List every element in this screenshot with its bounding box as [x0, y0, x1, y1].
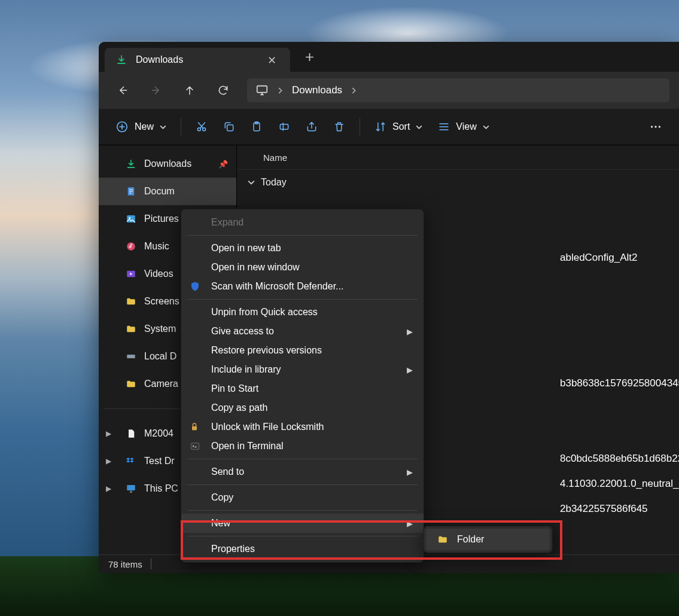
tab-downloads[interactable]: Downloads [105, 48, 290, 72]
chevron-right-icon [351, 87, 357, 94]
svg-point-10 [659, 126, 660, 127]
new-button[interactable]: New [109, 115, 172, 139]
copy-button[interactable] [217, 115, 241, 139]
monitor-icon [255, 84, 269, 97]
ctx-expand: Expand [181, 213, 424, 232]
new-tab-button[interactable] [299, 46, 320, 68]
ctx-new-folder[interactable]: Folder [426, 529, 550, 550]
folder-icon [125, 378, 137, 390]
document-icon [125, 185, 137, 197]
share-button[interactable] [300, 115, 324, 139]
ctx-properties[interactable]: Properties [181, 539, 424, 559]
ctx-open-terminal[interactable]: Open in Terminal [181, 437, 424, 456]
chevron-right-icon: ▶ [407, 519, 413, 528]
dropbox-icon [125, 455, 137, 467]
sidebar-item-documents[interactable]: Docum [99, 178, 236, 205]
cut-button[interactable] [190, 115, 214, 139]
download-icon [115, 54, 127, 66]
chevron-right-icon: ▶ [407, 468, 413, 477]
svg-point-9 [654, 126, 656, 127]
chevron-down-icon [416, 124, 422, 130]
svg-rect-18 [127, 485, 135, 490]
ctx-open-new-window[interactable]: Open in new window [181, 258, 424, 277]
chevron-right-icon: ▶ [407, 365, 413, 374]
ctx-unpin-quick[interactable]: Unpin from Quick access [181, 303, 424, 322]
svg-rect-20 [191, 443, 199, 450]
address-bar[interactable]: Downloads [247, 78, 669, 102]
more-button[interactable] [643, 115, 668, 139]
ctx-file-locksmith[interactable]: Unlock with File Locksmith [181, 417, 424, 437]
folder-icon [125, 323, 137, 335]
rename-button[interactable] [272, 115, 296, 139]
refresh-button[interactable] [209, 78, 238, 102]
ctx-scan-defender[interactable]: Scan with Microsoft Defender... [181, 277, 424, 296]
terminal-icon [190, 441, 203, 451]
svg-rect-0 [257, 86, 267, 93]
delete-button[interactable] [327, 115, 351, 139]
ctx-open-new-tab[interactable]: Open in new tab [181, 239, 424, 258]
view-button[interactable]: View [432, 115, 495, 139]
ctx-new[interactable]: New▶ [181, 514, 424, 533]
svg-point-17 [133, 356, 135, 357]
ctx-pin-start[interactable]: Pin to Start [181, 379, 424, 398]
sidebar-item-downloads[interactable]: Downloads 📌 [99, 150, 236, 178]
lock-icon [190, 422, 203, 432]
forward-button[interactable] [142, 78, 170, 102]
chevron-down-icon [483, 124, 489, 130]
navigation-bar: Downloads [99, 72, 679, 109]
download-icon [125, 158, 137, 170]
back-button[interactable] [108, 78, 137, 102]
chevron-right-icon [277, 87, 284, 94]
drive-icon [125, 350, 137, 362]
chevron-down-icon [160, 124, 166, 130]
paste-button[interactable] [245, 115, 269, 139]
tab-strip: Downloads [99, 42, 679, 72]
ctx-copy[interactable]: Copy [181, 488, 424, 507]
folder-icon [125, 295, 137, 307]
ctx-include-library[interactable]: Include in library▶ [181, 360, 424, 379]
svg-point-13 [129, 217, 130, 219]
ctx-send-to[interactable]: Send to▶ [181, 462, 424, 481]
ctx-copy-path[interactable]: Copy as path [181, 398, 424, 417]
up-button[interactable] [175, 78, 204, 102]
ctx-give-access[interactable]: Give access to▶ [181, 322, 424, 341]
breadcrumb-segment[interactable]: Downloads [292, 84, 342, 96]
tab-title: Downloads [136, 54, 255, 65]
context-menu: Expand Open in new tab Open in new windo… [181, 209, 424, 563]
chevron-right-icon: ▶ [106, 457, 111, 465]
picture-icon [125, 213, 137, 225]
svg-rect-7 [280, 124, 288, 129]
music-icon [125, 240, 137, 252]
chevron-right-icon: ▶ [106, 429, 111, 438]
shield-icon [190, 281, 203, 292]
chevron-down-icon [248, 179, 255, 186]
command-bar: New Sort View [99, 109, 679, 145]
item-count: 78 items [108, 559, 142, 569]
ctx-restore-versions[interactable]: Restore previous versions [181, 341, 424, 360]
tab-close-button[interactable] [264, 52, 279, 68]
pc-icon [125, 483, 137, 495]
chevron-right-icon: ▶ [407, 327, 413, 336]
svg-rect-4 [227, 125, 233, 131]
chevron-right-icon: ▶ [106, 484, 111, 493]
video-icon [125, 268, 137, 280]
sort-button[interactable]: Sort [369, 115, 428, 139]
svg-rect-19 [192, 426, 197, 431]
column-header-name[interactable]: Name [237, 145, 679, 170]
pin-icon: 📌 [218, 160, 228, 169]
folder-icon [437, 534, 449, 545]
svg-point-8 [651, 126, 653, 127]
file-icon [125, 428, 137, 440]
context-submenu-new: Folder [423, 526, 553, 553]
group-header-today[interactable]: Today [237, 170, 679, 195]
